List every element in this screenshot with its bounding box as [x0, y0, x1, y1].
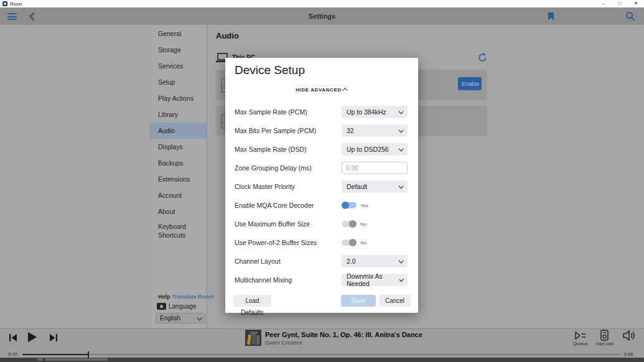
chevron-down-icon: [398, 146, 403, 151]
setting-row-zone-grouping-delay: Zone Grouping Delay (ms): [235, 162, 408, 174]
volume-icon[interactable]: [623, 330, 635, 341]
max-bits-per-sample-select[interactable]: 32: [342, 124, 408, 137]
chevron-down-icon: [197, 315, 202, 320]
elapsed-time: 0:20: [8, 351, 18, 357]
cancel-button[interactable]: Cancel: [379, 295, 411, 307]
setting-row-enable-mqa-core-decoder: Enable MQA Core Decoder Yes: [235, 199, 408, 211]
language-select[interactable]: English: [156, 313, 205, 323]
zone-device-icon[interactable]: [600, 330, 609, 341]
device-setup-modal: Device Setup HIDE ADVANCED Max Sample Ra…: [225, 58, 418, 313]
sidebar-item-library[interactable]: Library: [151, 106, 207, 123]
sidebar-item-account[interactable]: Account: [151, 187, 207, 203]
app-header: Settings: [0, 7, 644, 25]
language-row: A Language: [157, 303, 197, 310]
close-icon[interactable]: ✕: [628, 0, 644, 7]
translate-icon: A: [157, 303, 166, 310]
chevron-down-icon: [398, 128, 403, 132]
queue-icon[interactable]: [575, 332, 586, 340]
sidebar-item-audio[interactable]: Audio: [151, 123, 207, 139]
player-bar: Peer Gynt, Suite No. 1, Op. 46: III. Ani…: [0, 328, 644, 358]
search-icon[interactable]: [625, 11, 635, 21]
track-title[interactable]: Peer Gynt, Suite No. 1, Op. 46: III. Ani…: [265, 331, 422, 338]
setting-row-clock-master-priority: Clock Master Priority Default: [235, 180, 408, 193]
enable-button[interactable]: Enable: [458, 77, 482, 90]
sidebar-item-storage[interactable]: Storage: [151, 42, 207, 58]
setting-row-use-maximum-buffer-size: Use Maximum Buffer Size No: [235, 218, 408, 230]
settings-sidebar: General Storage Services Setup Play Acti…: [150, 25, 207, 328]
sidebar-item-general[interactable]: General: [151, 26, 207, 42]
minimize-icon[interactable]: –: [595, 0, 612, 7]
setting-row-channel-layout: Channel Layout 2.0: [235, 255, 408, 267]
chevron-down-icon: [398, 258, 403, 263]
sidebar-item-about[interactable]: About: [151, 203, 207, 220]
sidebar-item-services[interactable]: Services: [151, 58, 207, 74]
zone-label[interactable]: nad usb: [592, 341, 617, 346]
queue-label[interactable]: Queue: [571, 341, 590, 346]
play-icon[interactable]: [28, 332, 37, 342]
seek-bar[interactable]: [22, 354, 620, 355]
zone-grouping-delay-input[interactable]: [342, 162, 408, 174]
window-bottom-edge: [0, 358, 644, 362]
window-title: Roon: [10, 1, 22, 7]
clock-master-priority-select[interactable]: Default: [342, 180, 408, 193]
previous-track-icon[interactable]: [9, 334, 17, 341]
sidebar-item-displays[interactable]: Displays: [151, 139, 207, 155]
sidebar-item-extensions[interactable]: Extensions: [151, 171, 207, 187]
setting-row-max-bits-per-sample: Max Bits Per Sample (PCM) 32: [235, 124, 408, 137]
max-sample-rate-dsd-select[interactable]: Up to DSD256: [342, 143, 408, 155]
os-titlebar: Roon – □ ✕: [0, 0, 644, 7]
multichannel-mixing-select[interactable]: Downmix As Needed: [342, 274, 408, 286]
setting-row-multichannel-mixing: Multichannel Mixing Downmix As Needed: [235, 274, 408, 286]
seek-handle[interactable]: [88, 351, 89, 358]
setting-row-max-sample-rate-pcm: Max Sample Rate (PCM) Up to 384kHz: [235, 106, 408, 118]
language-label: Language: [169, 303, 197, 310]
modal-title: Device Setup: [235, 63, 305, 77]
sidebar-item-backups[interactable]: Backups: [151, 155, 207, 171]
track-artist[interactable]: Gwen Cresens: [265, 340, 302, 346]
setting-row-max-sample-rate-dsd: Max Sample Rate (DSD) Up to DSD256: [235, 143, 408, 155]
channel-layout-select[interactable]: 2.0: [342, 255, 408, 267]
max-sample-rate-pcm-select[interactable]: Up to 384kHz: [342, 106, 408, 118]
setting-row-use-power-of-2-buffer-sizes: Use Power-of-2 Buffer Sizes No: [235, 236, 408, 249]
power-of-2-buffer-sizes-toggle[interactable]: [342, 239, 357, 246]
sidebar-item-keyboard-shortcuts[interactable]: Keyboard Shortcuts: [151, 220, 207, 242]
translate-roon-link[interactable]: Translate Roon!: [172, 294, 214, 300]
maximum-buffer-size-toggle[interactable]: [342, 220, 357, 228]
album-art[interactable]: [245, 330, 261, 346]
hide-advanced-toggle[interactable]: HIDE ADVANCED: [225, 87, 418, 93]
next-track-icon[interactable]: [50, 334, 57, 341]
load-defaults-button[interactable]: Load Defaults: [233, 295, 271, 307]
help-translate-text: Help Translate Roon!: [158, 294, 214, 300]
chevron-up-icon: [342, 88, 347, 93]
mqa-core-decoder-toggle[interactable]: [342, 202, 357, 209]
bookmark-icon[interactable]: [548, 12, 554, 21]
seek-bar-fill: [22, 354, 88, 355]
chevron-down-icon: [398, 109, 403, 114]
maximize-icon[interactable]: □: [612, 0, 628, 7]
duration-time: 3:06: [623, 351, 633, 357]
sidebar-item-setup[interactable]: Setup: [151, 74, 207, 90]
refresh-icon[interactable]: [478, 53, 487, 62]
section-title: Audio: [216, 31, 239, 40]
chevron-down-icon: [398, 183, 403, 188]
chevron-down-icon: [399, 277, 404, 282]
sidebar-item-play-actions[interactable]: Play Actions: [151, 90, 207, 106]
roon-app-icon: [2, 1, 7, 6]
save-button[interactable]: Save: [341, 295, 376, 307]
